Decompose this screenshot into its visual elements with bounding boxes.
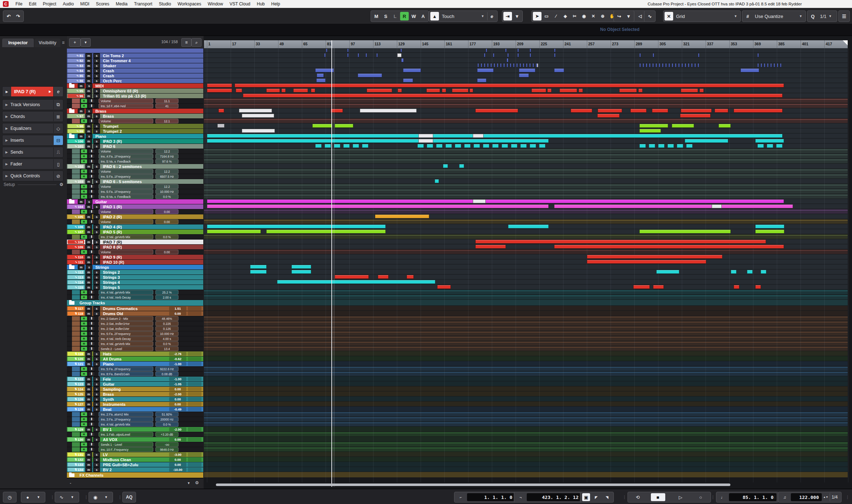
track-row-bv-1[interactable]: ⇅129msBV 1-2.00 (67, 427, 203, 432)
audio-event-clip[interactable] (777, 63, 778, 67)
audio-event-clip[interactable] (662, 63, 663, 67)
arrangement-lane[interactable] (204, 401, 848, 407)
track-volume-value[interactable]: 0.00 (169, 458, 186, 462)
tab-visibility[interactable]: Visibility (35, 38, 60, 47)
read-automation-button[interactable]: R (81, 417, 87, 421)
solo-button[interactable]: s (93, 94, 100, 98)
track-row-cin-trommer-4[interactable]: ∿82msCin Trommer 4 (67, 58, 203, 63)
folder-icon[interactable] (69, 265, 74, 269)
automation-value[interactable]: 48.46% (155, 316, 178, 321)
track-row-ipad-7-r-[interactable]: ∿108msIPAD 7 (R) (67, 240, 203, 245)
automation-settings-icon[interactable]: ⫴ (88, 432, 95, 437)
audio-event-clip[interactable] (653, 285, 664, 289)
solo-button[interactable]: s (93, 214, 100, 219)
audio-event-clip[interactable] (715, 109, 728, 113)
audio-event-clip[interactable] (734, 285, 739, 289)
automation-settings-icon[interactable]: ⫴ (88, 346, 95, 351)
mute-button[interactable]: m (85, 427, 92, 432)
solo-button[interactable]: s (93, 437, 100, 442)
audio-event-clip[interactable] (530, 144, 536, 148)
right-locator-display[interactable]: 423. 1. 2. 12 (527, 493, 581, 501)
audio-event-clip[interactable] (571, 109, 592, 113)
solo-button[interactable]: s (93, 58, 100, 63)
solo-button[interactable]: s (93, 392, 100, 396)
solo-button[interactable]: s (86, 199, 92, 204)
automation-value[interactable]: 0.00 (155, 250, 178, 254)
track-row-ins-4-val-geverb-mix[interactable]: R⫴Ins.:4:Val..geVerb Mix0.0 % (67, 341, 203, 346)
audio-event-clip[interactable] (347, 53, 349, 57)
arrangement-lane[interactable] (204, 214, 848, 219)
arrangement-lane[interactable] (204, 78, 848, 83)
arrangement-lane[interactable] (204, 321, 848, 326)
tempo-spinner[interactable]: ▲▼ (823, 493, 828, 501)
automation-value[interactable]: 0.08 dB (155, 372, 178, 376)
automation-settings-icon[interactable]: ⫴ (88, 336, 95, 341)
automation-settings-icon[interactable]: ⫴ (88, 219, 95, 224)
track-row-group-tracks[interactable]: Group Tracks (67, 300, 203, 306)
audio-event-clip[interactable] (291, 265, 311, 269)
arrangement-lane[interactable] (204, 219, 848, 224)
track-row-all-vox[interactable]: ⇅130msAll VOX0.00 (67, 437, 203, 442)
solo-button[interactable]: s (93, 63, 100, 68)
audio-event-clip[interactable] (207, 88, 232, 92)
mute-button[interactable]: m (85, 73, 92, 78)
mute-button[interactable]: m (85, 214, 92, 219)
inspector-section-inserts[interactable]: ▶Inserts⊟ (2, 135, 63, 146)
audio-event-clip[interactable] (761, 63, 762, 67)
audio-event-clip[interactable] (686, 144, 693, 148)
automation-parameter-label[interactable]: Ins.:5:Fa..1Frequency (99, 189, 153, 194)
arrangement-lane[interactable] (204, 427, 848, 432)
audio-event-clip[interactable] (475, 109, 518, 113)
audio-event-clip[interactable] (242, 129, 275, 133)
audio-event-clip[interactable] (554, 245, 784, 249)
track-row-orch-perc[interactable]: ∿86msOrch Perc (67, 78, 203, 83)
automation-value[interactable]: 25.2 % (155, 290, 178, 295)
arrangement-lane[interactable] (204, 254, 848, 259)
arrangement-lane[interactable] (204, 407, 848, 412)
left-locator-icon[interactable]: ⌐ (456, 493, 466, 501)
mute-button[interactable]: m (85, 280, 92, 285)
mute-button[interactable]: m (85, 351, 92, 356)
audio-event-clip[interactable] (331, 109, 343, 113)
mute-button[interactable]: m (78, 83, 85, 88)
menu-item-hub[interactable]: Hub (254, 0, 268, 8)
automation-value[interactable]: 20000 Hz (155, 417, 178, 422)
mute-button[interactable]: m (85, 306, 92, 311)
mute-button[interactable]: m (85, 285, 92, 290)
redo-button[interactable]: ↷ (14, 12, 22, 21)
curve-icon[interactable]: ∿ (645, 12, 654, 21)
track-row-omnisphere-03-r-[interactable]: ∿95msOmnisphere 03 (R) (67, 88, 203, 94)
audio-event-clip[interactable] (502, 144, 508, 148)
automation-parameter-label[interactable]: Volume (99, 184, 153, 189)
audio-event-clip[interactable] (291, 270, 311, 274)
audio-event-clip[interactable] (311, 88, 315, 92)
automation-value[interactable]: 2.00 s (155, 295, 178, 300)
solo-button[interactable]: s (93, 255, 100, 259)
automation-parameter-label[interactable]: Ins.:10:F..Frequency (99, 447, 153, 452)
audio-event-clip[interactable] (417, 144, 424, 148)
align-icon[interactable]: ☰ (840, 12, 848, 21)
menu-item-studio[interactable]: Studio (155, 0, 174, 8)
track-row-volume[interactable]: R⫴Volume12.2 (67, 184, 203, 189)
audio-event-clip[interactable] (293, 88, 308, 92)
track-volume-value[interactable]: 0.00 (169, 397, 186, 401)
track-row-drums-cinematics[interactable]: ⇅117msDrums Cinematics1.51 (67, 306, 203, 311)
audio-event-clip[interactable] (207, 83, 232, 87)
track-row-volume[interactable]: R⫴Volume12.2 (67, 169, 203, 174)
track-row-ins-6-va-v-feedback[interactable]: R⫴Ins.:6:Va..v. Feedback0.0 % (67, 194, 203, 199)
track-row-volume[interactable]: R⫴Volume12.1 (67, 119, 203, 124)
read-automation-button[interactable]: R (81, 149, 87, 153)
automation-value[interactable]: 0.00 (155, 209, 178, 214)
menu-item-audio[interactable]: Audio (59, 0, 77, 8)
audio-event-clip[interactable] (401, 58, 404, 62)
read-automation-button[interactable]: R (81, 290, 87, 294)
tempo-display[interactable]: 122.000 (791, 493, 822, 501)
automation-panel-button[interactable]: e (487, 12, 496, 21)
track-versions-icon[interactable]: ⧉ (53, 100, 63, 109)
audio-event-clip[interactable] (335, 275, 369, 279)
zoom-tool[interactable]: ⊕ (598, 12, 607, 21)
audio-waveform-icon[interactable]: ∿ (57, 493, 66, 501)
track-row-ins-2-val-geverb-mix[interactable]: R⫴Ins.:2:Val..geVerb Mix0.0 % (67, 235, 203, 240)
audio-event-clip[interactable] (508, 224, 549, 228)
mute-button[interactable]: m (78, 199, 85, 204)
